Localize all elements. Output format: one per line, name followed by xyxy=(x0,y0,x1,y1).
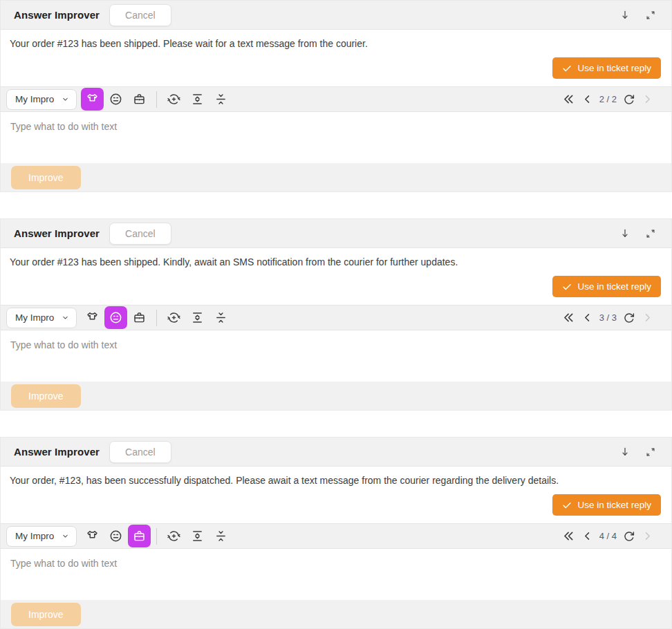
casual-tone-button[interactable] xyxy=(81,525,104,547)
next-version-button[interactable] xyxy=(642,93,653,105)
move-down-button[interactable] xyxy=(617,444,633,460)
rephrase-button[interactable] xyxy=(162,306,185,329)
expand-text-button[interactable] xyxy=(186,88,209,111)
expand-text-button[interactable] xyxy=(186,525,209,547)
header-actions xyxy=(617,226,657,241)
prompt-input[interactable] xyxy=(1,112,671,163)
panel-footer: Improve xyxy=(1,382,671,410)
version-pager: 4 / 4 xyxy=(562,529,653,543)
tshirt-icon xyxy=(85,310,100,325)
improve-button[interactable]: Improve xyxy=(11,603,81,626)
friendly-tone-button[interactable] xyxy=(104,525,127,547)
expand-fullscreen-button[interactable] xyxy=(644,227,657,241)
preset-select-value: My Impro xyxy=(15,531,61,541)
move-down-button[interactable] xyxy=(617,226,633,241)
panel-header: Answer Improver Cancel xyxy=(1,219,671,248)
open-in-full-icon xyxy=(645,447,656,458)
expand-fullscreen-button[interactable] xyxy=(644,8,657,22)
answer-area: Your order #123 has been shipped. Please… xyxy=(1,30,671,86)
improved-answer-text: Your order, #123, has been successfully … xyxy=(1,467,671,487)
answer-improver-stack: Answer Improver Cancel Your order #123 h… xyxy=(0,0,672,629)
cancel-button[interactable]: Cancel xyxy=(109,223,171,245)
use-in-ticket-reply-button[interactable]: Use in ticket reply xyxy=(552,276,661,297)
preset-select-value: My Impro xyxy=(15,312,61,323)
regenerate-button[interactable] xyxy=(623,93,635,106)
answer-area: Your order #123 has been shipped. Kindly… xyxy=(1,248,671,305)
first-version-button[interactable] xyxy=(562,529,575,543)
panel-title: Answer Improver xyxy=(14,446,100,458)
professional-tone-button[interactable] xyxy=(128,525,151,547)
chevron-left-icon xyxy=(581,93,593,105)
chevron-down-icon xyxy=(61,532,70,541)
shorten-text-button[interactable] xyxy=(209,306,232,329)
prompt-input[interactable] xyxy=(1,330,671,382)
toolbar: My Impro 4 / 4 xyxy=(1,523,671,549)
preset-select[interactable]: My Impro xyxy=(6,308,77,328)
expand-vertical-icon xyxy=(190,310,205,325)
rephrase-button[interactable] xyxy=(162,88,185,111)
previous-version-button[interactable] xyxy=(581,530,593,542)
answer-area: Your order, #123, has been successfully … xyxy=(1,467,671,523)
toolbar-divider xyxy=(156,91,157,108)
improved-answer-text: Your order #123 has been shipped. Kindly… xyxy=(1,248,671,269)
refresh-icon xyxy=(623,93,635,106)
header-actions xyxy=(617,444,657,460)
refresh-icon xyxy=(623,530,635,543)
arrow-down-icon xyxy=(619,446,631,458)
compress-vertical-icon xyxy=(214,529,228,543)
use-in-ticket-reply-label: Use in ticket reply xyxy=(577,500,651,510)
chevron-left-icon xyxy=(581,530,593,542)
preset-select[interactable]: My Impro xyxy=(6,526,77,547)
version-pager: 2 / 2 xyxy=(562,93,653,106)
rephrase-icon xyxy=(167,310,181,325)
answer-improver-panel: Answer Improver Cancel Your order #123 h… xyxy=(0,0,672,192)
expand-text-button[interactable] xyxy=(186,306,209,329)
casual-tone-button[interactable] xyxy=(81,88,104,111)
friendly-tone-button[interactable] xyxy=(104,88,127,111)
professional-tone-button[interactable] xyxy=(128,306,151,329)
answer-improver-panel: Answer Improver Cancel Your order #123 h… xyxy=(0,218,672,411)
tshirt-icon xyxy=(85,92,100,106)
cancel-button[interactable]: Cancel xyxy=(109,4,171,26)
version-pager: 3 / 3 xyxy=(562,311,653,324)
professional-tone-button[interactable] xyxy=(128,88,151,111)
improve-button[interactable]: Improve xyxy=(11,384,81,408)
casual-tone-button[interactable] xyxy=(81,306,104,329)
smiley-icon xyxy=(109,310,123,325)
smiley-icon xyxy=(109,92,123,106)
first-version-button[interactable] xyxy=(562,311,575,324)
regenerate-button[interactable] xyxy=(623,530,635,543)
version-counter: 3 / 3 xyxy=(599,312,617,323)
panel-header: Answer Improver Cancel xyxy=(1,438,671,467)
use-in-ticket-reply-label: Use in ticket reply xyxy=(577,281,651,292)
refresh-icon xyxy=(623,312,635,324)
chevron-right-icon xyxy=(642,312,653,323)
prompt-input[interactable] xyxy=(1,549,671,600)
chevron-right-icon xyxy=(642,93,653,105)
expand-fullscreen-button[interactable] xyxy=(644,445,657,459)
next-version-button[interactable] xyxy=(642,312,653,323)
friendly-tone-button[interactable] xyxy=(104,306,127,329)
expand-vertical-icon xyxy=(190,92,205,106)
shorten-text-button[interactable] xyxy=(209,88,232,111)
preset-select[interactable]: My Impro xyxy=(6,89,77,110)
toolbar-divider xyxy=(156,310,157,326)
checkmark-icon xyxy=(562,500,572,510)
use-in-ticket-reply-button[interactable]: Use in ticket reply xyxy=(552,57,661,79)
first-version-button[interactable] xyxy=(562,93,575,106)
move-down-button[interactable] xyxy=(617,8,633,23)
shorten-text-button[interactable] xyxy=(209,525,232,547)
briefcase-icon xyxy=(132,92,147,106)
rephrase-button[interactable] xyxy=(162,525,185,547)
previous-version-button[interactable] xyxy=(581,93,593,105)
chevron-down-icon xyxy=(61,313,70,322)
use-in-ticket-reply-button[interactable]: Use in ticket reply xyxy=(552,494,661,516)
regenerate-button[interactable] xyxy=(623,312,635,324)
arrow-down-icon xyxy=(619,9,631,21)
open-in-full-icon xyxy=(645,10,656,21)
next-version-button[interactable] xyxy=(642,530,653,542)
arrow-down-icon xyxy=(619,227,631,240)
improve-button[interactable]: Improve xyxy=(11,166,81,189)
previous-version-button[interactable] xyxy=(581,312,593,323)
cancel-button[interactable]: Cancel xyxy=(109,441,171,463)
